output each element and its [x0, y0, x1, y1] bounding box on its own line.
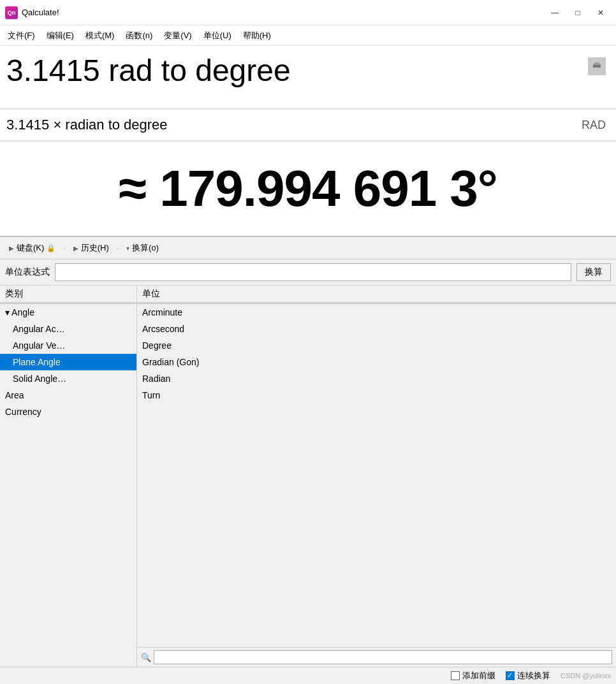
- lists-container: ▾ Angle Angular Ac… Angular Ve… Plane An…: [0, 303, 616, 667]
- tab-convert-label: 换算(o): [132, 242, 159, 254]
- result-value-area: ≈ 179.994 691 3°: [0, 142, 616, 237]
- tabs-bar: ▶ 键盘(K) 🔒 · ▶ 历史(H) · ▾ 换算(o): [0, 237, 616, 259]
- clear-button[interactable]: [588, 57, 606, 75]
- continuous-convert-checkbox[interactable]: [506, 671, 515, 680]
- category-header: 类别: [0, 286, 137, 303]
- menu-mode[interactable]: 模式(M): [80, 27, 120, 44]
- tab-keyboard-label: 键盘(K): [17, 242, 44, 254]
- maximize-button[interactable]: □: [568, 5, 588, 20]
- close-button[interactable]: ✕: [590, 5, 611, 20]
- menu-help[interactable]: 帮助(H): [238, 27, 276, 44]
- category-angular-acc[interactable]: Angular Ac…: [0, 321, 136, 337]
- unit-gradian[interactable]: Gradian (Gon): [137, 354, 616, 370]
- category-angle[interactable]: ▾ Angle: [0, 304, 136, 321]
- tab-history-label: 历史(H): [81, 242, 109, 254]
- unit-radian[interactable]: Radian: [137, 370, 616, 387]
- menubar: 文件(F) 编辑(E) 模式(M) 函数(n) 变量(V) 单位(U) 帮助(H…: [0, 25, 616, 46]
- app-icon: Qn: [5, 6, 18, 19]
- tab-keyboard[interactable]: ▶ 键盘(K) 🔒: [5, 241, 59, 255]
- unit-list: Arcminute Arcsecond Degree Gradian (Gon)…: [137, 304, 616, 647]
- result-value: ≈ 179.994 691 3°: [119, 159, 497, 218]
- menu-units[interactable]: 单位(U): [198, 27, 237, 44]
- menu-functions[interactable]: 函数(n): [121, 27, 158, 44]
- category-currency[interactable]: Currency: [0, 404, 136, 420]
- svg-marker-1: [593, 62, 601, 65]
- unit-search-icon: 🔍: [141, 653, 151, 662]
- convert-arrow: ▾: [126, 245, 129, 252]
- menu-file[interactable]: 文件(F): [3, 27, 40, 44]
- menu-edit[interactable]: 编辑(E): [41, 27, 79, 44]
- tab-history[interactable]: ▶ 历史(H): [70, 241, 113, 255]
- history-arrow: ▶: [73, 245, 78, 252]
- menu-variables[interactable]: 变量(V): [159, 27, 196, 44]
- titlebar: Qn Qalculate! — □ ✕: [0, 0, 616, 25]
- add-prefix-label: 添加前缀: [462, 670, 495, 681]
- continuous-convert-label: 连续换算: [517, 670, 550, 681]
- keyboard-arrow: ▶: [9, 245, 14, 252]
- tab-convert[interactable]: ▾ 换算(o): [122, 241, 163, 255]
- category-list: ▾ Angle Angular Ac… Angular Ve… Plane An…: [0, 304, 136, 667]
- watermark: CSDN @yulinxx: [561, 672, 611, 680]
- unit-degree[interactable]: Degree: [137, 337, 616, 354]
- category-area[interactable]: Area: [0, 387, 136, 404]
- expression-display[interactable]: 3.1415 rad to degree: [6, 52, 588, 89]
- unit-search-row: 🔍: [137, 647, 616, 667]
- category-pane: ▾ Angle Angular Ac… Angular Ve… Plane An…: [0, 304, 137, 667]
- category-angular-vel[interactable]: Angular Ve…: [0, 337, 136, 354]
- titlebar-controls: — □ ✕: [545, 5, 611, 20]
- clear-icon: [592, 62, 601, 71]
- tab-separator-2: ·: [117, 244, 119, 252]
- category-plane-angle[interactable]: Plane Angle: [0, 354, 136, 370]
- unit-pane: Arcminute Arcsecond Degree Gradian (Gon)…: [137, 304, 616, 667]
- unit-expression-label: 单位表达式: [5, 266, 50, 278]
- unit-search-input[interactable]: [154, 650, 612, 664]
- tab-separator-1: ·: [63, 244, 65, 252]
- convert-button[interactable]: 换算: [576, 263, 611, 281]
- unit-turn[interactable]: Turn: [137, 387, 616, 404]
- convert-row: 单位表达式 换算: [0, 259, 616, 286]
- category-solid-angle[interactable]: Solid Angle…: [0, 370, 136, 387]
- titlebar-left: Qn Qalculate!: [5, 6, 59, 19]
- minimize-button[interactable]: —: [545, 5, 565, 20]
- unit-arcminute[interactable]: Arcminute: [137, 304, 616, 321]
- result-expression: 3.1415 × radian to degree: [6, 117, 168, 133]
- continuous-convert-item: 连续换算: [506, 670, 550, 681]
- svg-rect-0: [593, 65, 601, 68]
- bottom-panel: ▶ 键盘(K) 🔒 · ▶ 历史(H) · ▾ 换算(o) 单位表达式 换算 类…: [0, 237, 616, 684]
- unit-expression-input[interactable]: [55, 263, 571, 281]
- result-mode: RAD: [582, 119, 606, 132]
- add-prefix-checkbox[interactable]: [451, 671, 460, 680]
- unit-arcsecond[interactable]: Arcsecond: [137, 321, 616, 337]
- unit-header: 单位: [137, 286, 616, 303]
- column-headers: 类别 单位: [0, 286, 616, 303]
- keyboard-lock-icon: 🔒: [47, 244, 55, 252]
- add-prefix-item: 添加前缀: [451, 670, 495, 681]
- app-title: Qalculate!: [22, 8, 59, 17]
- footer: 添加前缀 连续换算 CSDN @yulinxx: [0, 667, 616, 684]
- result-area: 3.1415 × radian to degree RAD: [0, 110, 616, 142]
- input-area: 3.1415 rad to degree: [0, 46, 616, 110]
